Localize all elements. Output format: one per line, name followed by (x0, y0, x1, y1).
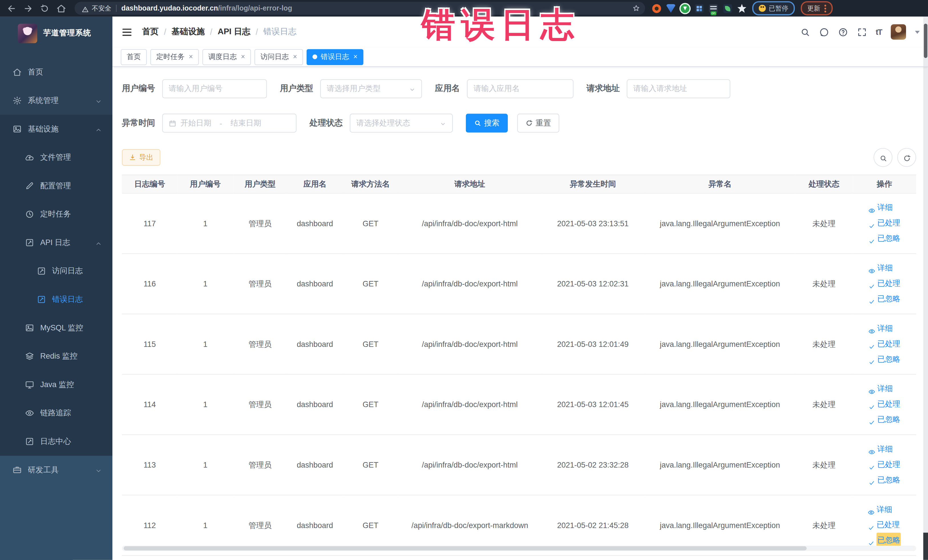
exception-time-range-picker[interactable]: 开始日期 - 结束日期 (162, 113, 296, 132)
sidebar-item-redis-monitor[interactable]: Redis 监控 (0, 342, 112, 371)
font-size-icon[interactable]: tT (876, 27, 882, 36)
sidebar-item-home[interactable]: 首页 (0, 58, 112, 87)
cell-time: 2021-05-03 12:02:31 (541, 253, 644, 314)
cell-exception: java.lang.IllegalArgumentException (644, 314, 795, 375)
sidebar-item-scheduled-tasks[interactable]: 定时任务 (0, 200, 112, 229)
ignored-link[interactable]: 已忽略 (868, 472, 901, 488)
detail-eye-icon (868, 204, 876, 211)
process-status-label: 处理状态 (310, 118, 343, 128)
user-avatar[interactable] (891, 24, 906, 40)
table-toolbar: 导出 (122, 148, 916, 167)
toggle-search-button[interactable] (873, 148, 892, 167)
help-icon[interactable] (838, 27, 848, 37)
detail-link[interactable]: 详细 (868, 381, 901, 397)
browser-menu-icon[interactable] (824, 5, 826, 6)
extension-pin-icon[interactable] (737, 4, 746, 12)
sidebar-item-config-management[interactable]: 配置管理 (0, 172, 112, 200)
sidebar-item-dev-tools[interactable]: 研发工具 (0, 456, 112, 484)
user-id-input[interactable]: 请输入用户编号 (162, 79, 267, 98)
url-path[interactable]: /infra/log/api-error-log (218, 4, 292, 12)
sidebar-item-mysql-monitor[interactable]: MySQL 监控 (0, 314, 112, 342)
search-icon[interactable] (800, 27, 810, 37)
action-label: 已处理 (877, 397, 901, 412)
vertical-scrollbar[interactable] (923, 17, 928, 560)
sidebar-item-java-monitor[interactable]: Java 监控 (0, 371, 112, 399)
bookmark-star-icon[interactable] (632, 4, 640, 12)
processed-link[interactable]: 已处理 (868, 276, 901, 291)
tab-access-log[interactable]: 访问日志× (255, 49, 303, 65)
breadcrumb-separator: / (164, 27, 166, 37)
extension-shield-icon[interactable] (666, 4, 675, 12)
tab-dispatch-log[interactable]: 调度日志× (203, 49, 251, 65)
sidebar-item-system-management[interactable]: 系统管理 (0, 87, 112, 115)
horizontal-scrollbar[interactable] (122, 546, 916, 551)
sidebar-item-access-log[interactable]: 访问日志 (0, 257, 112, 285)
extension-switch-icon[interactable]: on (709, 4, 718, 12)
ignored-link[interactable]: 已忽略 (868, 291, 901, 307)
chevron-down-icon (95, 467, 102, 473)
close-icon[interactable]: × (353, 53, 358, 61)
refresh-icon (903, 154, 911, 161)
action-label: 详细 (877, 200, 893, 215)
tab-home[interactable]: 首页 (121, 49, 147, 65)
url-host[interactable]: dashboard.yudao.iocoder.cn (121, 4, 218, 12)
action-label: 已处理 (877, 336, 901, 351)
detail-link[interactable]: 详细 (868, 320, 901, 336)
search-button[interactable]: 搜索 (466, 113, 508, 132)
sidebar-item-trace[interactable]: 链路追踪 (0, 399, 112, 427)
ignored-link[interactable]: 已忽略 (868, 412, 901, 427)
app-name-input[interactable]: 请输入应用名 (467, 79, 573, 98)
sidebar-menu-infrastructure: 基础设施文件管理配置管理定时任务API 日志访问日志错误日志MySQL 监控Re… (0, 115, 112, 456)
horizontal-scrollbar-thumb[interactable] (124, 546, 807, 551)
sidebar-item-api-log[interactable]: API 日志 (0, 229, 112, 257)
tab-error-log[interactable]: 错误日志× (307, 49, 363, 65)
extension-grid-icon[interactable] (695, 4, 704, 12)
export-button[interactable]: 导出 (122, 149, 160, 166)
warning-icon (82, 5, 89, 12)
home-icon[interactable] (56, 3, 66, 13)
detail-link[interactable]: 详细 (868, 261, 901, 276)
cell-status: 未处理 (795, 435, 852, 495)
breadcrumb-item[interactable]: API 日志 (218, 26, 250, 37)
paused-extension-pill[interactable]: 已暂停 (752, 1, 795, 15)
close-icon[interactable]: × (241, 53, 245, 61)
reload-icon[interactable] (40, 3, 50, 13)
processed-link[interactable]: 已处理 (868, 397, 901, 412)
back-icon[interactable] (6, 3, 17, 13)
user-type-select[interactable]: 请选择用户类型 (320, 79, 422, 98)
ignored-link[interactable]: 已忽略 (868, 231, 901, 246)
extension-leaf-icon[interactable] (723, 4, 732, 12)
update-browser-button[interactable]: 更新 (801, 1, 833, 15)
ignored-link[interactable]: 已忽略 (868, 351, 901, 367)
breadcrumb-item[interactable]: 基础设施 (171, 26, 205, 37)
extension-icon[interactable] (652, 4, 661, 12)
process-status-select[interactable]: 请选择处理状态 (350, 113, 453, 132)
close-icon[interactable]: × (189, 53, 193, 61)
sidebar-item-infrastructure[interactable]: 基础设施 (0, 115, 112, 143)
detail-link[interactable]: 详细 (868, 442, 901, 457)
request-url-input[interactable]: 请输入请求地址 (627, 79, 730, 98)
processed-link[interactable]: 已处理 (868, 215, 901, 231)
app-logo-row[interactable]: 芋道管理系统 (0, 17, 112, 50)
refresh-table-button[interactable] (897, 148, 916, 167)
extension-v-icon[interactable] (681, 4, 690, 12)
reset-button[interactable]: 重置 (517, 113, 559, 132)
security-label[interactable]: 不安全 (92, 4, 111, 12)
sidebar-item-file-management[interactable]: 文件管理 (0, 143, 112, 172)
sidebar-item-error-log[interactable]: 错误日志 (0, 285, 112, 314)
processed-link[interactable]: 已处理 (868, 336, 901, 351)
forward-icon[interactable] (23, 3, 33, 13)
detail-link[interactable]: 详细 (868, 200, 901, 215)
breadcrumb-item[interactable]: 首页 (142, 26, 159, 37)
hamburger-icon[interactable] (121, 26, 132, 37)
avatar-caret-icon[interactable] (915, 31, 920, 36)
tab-scheduled-tasks[interactable]: 定时任务× (150, 49, 199, 65)
detail-link[interactable]: 详细 (868, 502, 901, 517)
fullscreen-icon[interactable] (857, 27, 867, 37)
processed-link[interactable]: 已处理 (868, 457, 901, 472)
github-icon[interactable] (819, 27, 829, 37)
action-label: 已忽略 (877, 412, 901, 427)
processed-link[interactable]: 已处理 (868, 517, 901, 533)
sidebar-item-log-center[interactable]: 日志中心 (0, 427, 112, 456)
close-icon[interactable]: × (293, 53, 297, 61)
